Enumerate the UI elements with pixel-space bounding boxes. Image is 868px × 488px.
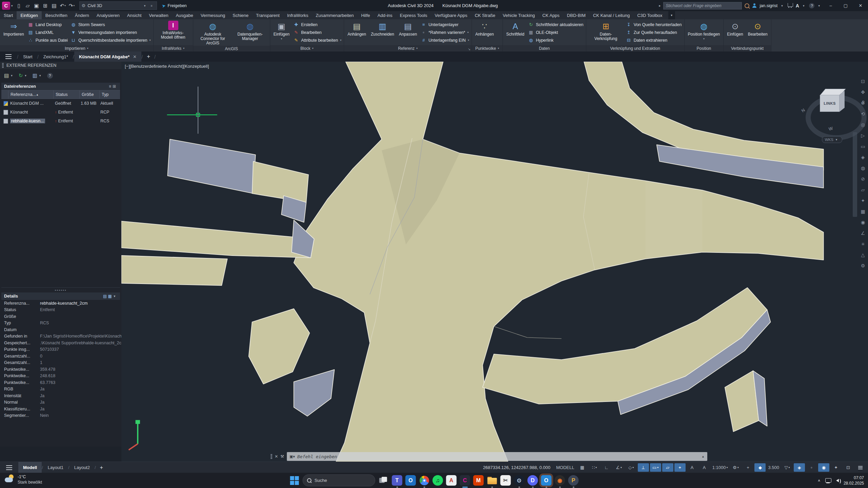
taskbar-app-autocad[interactable]: A <box>446 475 457 486</box>
signed-in-user[interactable]: jan.sigrist <box>760 3 777 8</box>
start-button[interactable] <box>290 475 300 486</box>
ribbon-tab-c3d-toolbox[interactable]: C3D Toolbox <box>633 11 666 19</box>
show-motion-icon[interactable]: ▷ <box>859 131 867 140</box>
ribbon-tab-transparent[interactable]: Transparent <box>252 11 283 19</box>
app-logo-icon[interactable]: C <box>2 2 10 10</box>
column-header-2[interactable]: Status <box>54 90 80 99</box>
plot-button[interactable]: ⊞ <box>41 2 50 10</box>
layer-walk-icon[interactable]: ≡ <box>859 240 867 248</box>
dynamic-input-toggle[interactable]: ⌖ <box>674 463 686 472</box>
help-caret-icon[interactable]: ▾ <box>818 4 820 7</box>
punkte-aus-datei-button[interactable]: ∴Punkte aus Datei <box>28 36 68 44</box>
selection-cycling-toggle[interactable]: ▫ <box>806 463 817 472</box>
daten-verkn-pfung-button[interactable]: ⊞Daten-Verknüpfung <box>589 20 623 41</box>
annotation-settings[interactable]: ⚙▾ <box>730 463 741 472</box>
dropdown-caret-icon[interactable]: ▾ <box>73 4 75 7</box>
shade-mode-icon[interactable]: ◍ <box>859 164 867 172</box>
layout-tab-modell[interactable]: Modell <box>18 462 42 473</box>
land-desktop-button[interactable]: ▦Land Desktop <box>28 21 68 28</box>
palette-header[interactable]: EXTERNE REFERENZEN <box>0 62 121 69</box>
viewcube-side-face[interactable] <box>839 91 845 112</box>
erstellen-button[interactable]: ✚Erstellen <box>293 21 341 28</box>
layout-tabs-menu-button[interactable] <box>0 467 18 468</box>
tree-view-icon[interactable]: ⊞ <box>113 84 117 89</box>
panel-title[interactable]: InfraWorks▾ <box>154 45 193 52</box>
hardware-acceleration-icon[interactable]: ✦ <box>830 463 842 472</box>
object-snap-toggle[interactable]: ▭▾ <box>650 463 661 472</box>
graphics-performance-toggle[interactable]: ◉ <box>818 463 829 472</box>
details-preview-icon[interactable]: ▦ <box>108 294 113 299</box>
list-view-icon[interactable]: ≡ <box>109 84 113 89</box>
camera-icon[interactable]: ▱ <box>859 186 867 194</box>
unterlagenfang-ein-button[interactable]: #Unterlagenfang EIN▾ <box>421 36 469 44</box>
ribbon-tab-verf-gbare-apps[interactable]: Verfügbare Apps <box>431 11 471 19</box>
anh-ngen-button[interactable]: ▤Anhängen <box>347 20 367 37</box>
sun-status-icon[interactable]: ✦ <box>859 197 867 205</box>
steering-wheel-icon[interactable]: ◎ <box>859 121 867 129</box>
quick-properties-toggle[interactable]: ◈ <box>794 463 805 472</box>
clock[interactable]: 07:07 28.02.2025 <box>844 475 864 486</box>
taskbar-app-microsoft-365[interactable]: M <box>473 475 484 486</box>
store-cart-icon[interactable] <box>788 3 793 7</box>
autodesk-app-icon[interactable]: A <box>796 3 799 8</box>
table-empty-area[interactable] <box>1 125 120 287</box>
close-button[interactable]: ✕ <box>854 1 867 11</box>
ribbon-tab-einf-gen[interactable]: Einfügen <box>17 11 41 19</box>
command-tools-icon[interactable]: ⚒ <box>280 454 284 459</box>
schriftfeld-button[interactable]: ASchriftfeld <box>505 20 525 37</box>
ribbon-tab--ndern[interactable]: Ändern <box>71 11 93 19</box>
dialog-launcher-icon[interactable]: ↘ <box>468 47 471 51</box>
dropdown-caret-icon[interactable]: ▾ <box>39 74 41 77</box>
measure-icon[interactable]: ∠ <box>859 229 867 237</box>
command-options-icon[interactable]: ▣▾ <box>290 454 295 459</box>
taskbar-app-task-view[interactable] <box>378 475 389 486</box>
autodesk-caret-icon[interactable]: ▾ <box>803 4 805 7</box>
annotation-objects-icon[interactable]: A <box>699 463 710 472</box>
*rahmen-variieren*-button[interactable]: ▫*Rahmen variieren*▾ <box>421 28 469 36</box>
close-tab-icon[interactable]: ✕ <box>133 54 137 59</box>
taskbar-app-steam[interactable]: ⊙ <box>514 475 525 486</box>
taskbar-app-spotify[interactable]: ♫ <box>433 475 443 486</box>
position-festlegen-button[interactable]: ◍Position festlegen▾ <box>687 20 721 41</box>
panel-title[interactable]: Punktwolke▾ <box>472 45 502 52</box>
network-icon[interactable] <box>825 478 831 483</box>
ribbon-tab-schiene[interactable]: Schiene <box>229 11 252 19</box>
taskbar-search[interactable]: Suche <box>303 474 375 486</box>
crosshair-toggle[interactable]: + <box>742 463 753 472</box>
model-space-button[interactable]: MODELL <box>555 463 575 472</box>
von-quelle-herunterladen-button[interactable]: ↧Von Quelle herunterladen <box>626 21 682 28</box>
landxml-button[interactable]: ▤LandXML <box>28 28 68 36</box>
tray-overflow-icon[interactable]: ∧ <box>817 479 821 482</box>
storm-sewers-button[interactable]: ◍Storm Sewers <box>71 21 151 28</box>
command-grip-icon[interactable] <box>271 454 272 459</box>
dropdown-caret-icon[interactable]: ▾ <box>64 4 66 7</box>
ribbon-tab-vermessung[interactable]: Vermessung <box>197 11 229 19</box>
infraworks-modell-ffnen-button[interactable]: IInfraWorks-Modell öffnen <box>156 20 191 40</box>
drawing-tab-3[interactable]: Küsnacht DGM Abgabe*✕ <box>74 52 141 62</box>
command-history-icon[interactable]: ▲ <box>702 455 705 458</box>
anh-ngen-button[interactable]: ∵Anhängen <box>474 20 495 37</box>
full-navigation-wheel-icon[interactable]: ⊡ <box>859 77 867 85</box>
autodesk-connector-for-arcgis-button[interactable]: ◍Autodesk Connector for ArcGIS <box>196 20 230 46</box>
ribbon-tab-dbd-bim[interactable]: DBD-BIM <box>563 11 589 19</box>
ribbon-tab-zusammenarbeiten[interactable]: Zusammenarbeiten <box>312 11 357 19</box>
layout-tab-layout2[interactable]: Layout2 <box>70 462 95 473</box>
hyperlink-button[interactable]: ◍Hyperlink <box>528 36 583 44</box>
reference-row[interactable]: Küsnacht↑EntferntRCP <box>1 108 120 117</box>
ribbon-tab-verwalten[interactable]: Verwalten <box>145 11 172 19</box>
daten-extrahieren-button[interactable]: ⊟Daten extrahieren <box>626 36 682 44</box>
details-caret-icon[interactable]: ▾ <box>114 294 115 298</box>
annotation-scale[interactable]: 1:1000▾ <box>711 463 729 472</box>
ribbon-tab-hilfe[interactable]: Hilfe <box>357 11 374 19</box>
weather-widget[interactable]: -1°C Stark bewölkt <box>5 474 42 485</box>
attribute-bearbeiten-button[interactable]: ✎Attribute bearbeiten▾ <box>293 36 341 44</box>
grid-display-toggle[interactable]: ▦ <box>577 463 588 472</box>
drawing-tab-1[interactable]: Start <box>18 52 37 62</box>
panel-title[interactable]: Importieren▾ <box>0 45 153 52</box>
search-icon[interactable] <box>745 3 749 8</box>
panel-title[interactable]: Verknüpfung und Extraktion <box>586 45 684 52</box>
panel-title[interactable]: Referenz▾↘ <box>344 45 472 52</box>
drawing-tab-2[interactable]: Zeichnung1* <box>39 52 73 62</box>
ribbon-tab-ck-stra-e[interactable]: CK Straße <box>471 11 499 19</box>
materials-icon[interactable]: ▦ <box>859 207 867 216</box>
